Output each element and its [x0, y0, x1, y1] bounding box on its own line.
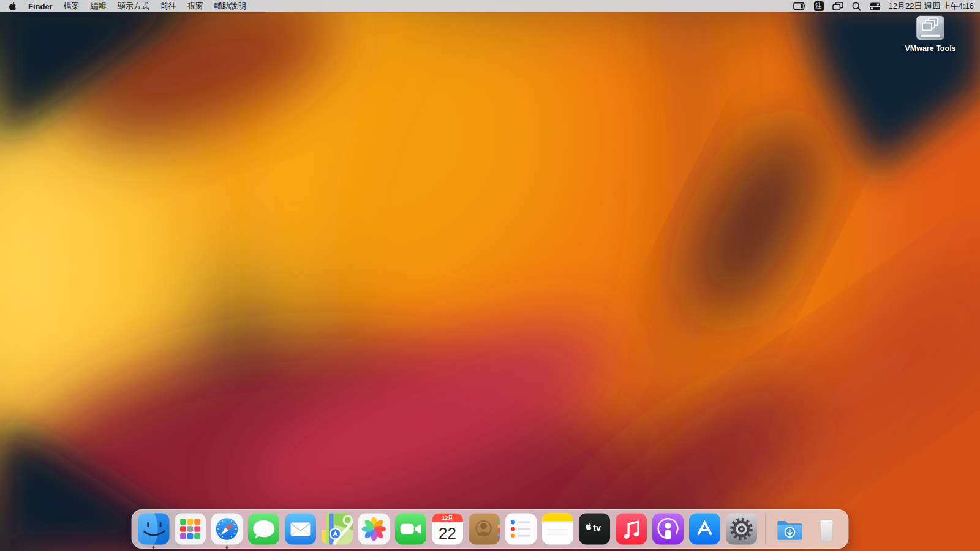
desktop-icon-vmware-tools[interactable]: VMware Tools — [893, 14, 968, 53]
maps-icon — [321, 512, 354, 545]
menu-item-edit[interactable]: 編輯 — [85, 0, 112, 12]
stage-manager-icon[interactable] — [832, 0, 843, 12]
downloads-folder-icon — [774, 512, 807, 545]
menu-item-file[interactable]: 檔案 — [58, 0, 85, 12]
notes-icon — [541, 512, 575, 545]
dock-item-notes[interactable] — [541, 512, 575, 545]
dock-item-photos[interactable] — [358, 512, 391, 545]
dock-item-reminders[interactable] — [505, 512, 538, 545]
apple-menu[interactable] — [6, 0, 23, 12]
apple-tv-icon: tv — [578, 512, 611, 545]
dock-item-app-store[interactable] — [688, 512, 722, 545]
macos-desktop: Finder 檔案 編輯 顯示方式 前往 視窗 輔助說明 注 — [0, 0, 980, 551]
dock-item-calendar[interactable]: 12月 22 — [431, 512, 464, 545]
running-indicator — [153, 546, 155, 549]
safari-icon — [211, 512, 244, 545]
reminders-icon — [505, 512, 538, 545]
dock-item-music[interactable] — [615, 512, 648, 545]
photos-icon — [358, 512, 391, 545]
app-menu-finder[interactable]: Finder — [23, 0, 58, 12]
svg-text:12月: 12月 — [442, 515, 453, 521]
svg-text:tv: tv — [593, 523, 601, 533]
dock-item-tv[interactable]: tv — [578, 512, 611, 545]
dock-item-finder[interactable] — [137, 512, 170, 545]
dock-item-system-settings[interactable] — [725, 512, 758, 545]
dock-item-downloads[interactable] — [774, 512, 807, 545]
dock-item-launchpad[interactable] — [174, 512, 207, 545]
menu-item-view[interactable]: 顯示方式 — [112, 0, 155, 12]
menu-bar-left: Finder 檔案 編輯 顯示方式 前往 視窗 輔助說明 — [6, 0, 252, 12]
control-center-icon[interactable] — [870, 0, 880, 12]
messages-icon — [247, 512, 281, 545]
dock-item-safari[interactable] — [211, 512, 244, 545]
desktop-icon-label: VMware Tools — [905, 44, 956, 53]
launchpad-icon — [174, 512, 207, 545]
trash-icon — [810, 512, 843, 545]
music-icon — [615, 512, 648, 545]
display-icon[interactable] — [793, 0, 805, 12]
menu-item-go[interactable]: 前往 — [155, 0, 182, 12]
apple-icon — [9, 2, 17, 11]
calendar-icon: 12月 22 — [431, 512, 464, 545]
dock: 12月 22 — [132, 509, 849, 549]
dock-item-facetime[interactable] — [394, 512, 428, 545]
facetime-icon — [394, 512, 428, 545]
dock-item-podcasts[interactable] — [652, 512, 685, 545]
podcasts-icon — [652, 512, 685, 545]
menu-item-help[interactable]: 輔助說明 — [209, 0, 252, 12]
dock-item-mail[interactable] — [284, 512, 317, 545]
menu-bar-clock[interactable]: 12月22日 週四 上午4:16 — [889, 1, 974, 12]
mail-icon — [284, 512, 317, 545]
menu-bar-status: 注 12月22日 週 — [793, 0, 974, 12]
input-source-badge[interactable]: 注 — [814, 1, 824, 11]
menu-item-window[interactable]: 視窗 — [182, 0, 209, 12]
dock-item-messages[interactable] — [247, 512, 281, 545]
app-store-icon — [688, 512, 722, 545]
system-settings-icon — [725, 512, 758, 545]
dock-item-contacts[interactable] — [468, 512, 501, 545]
svg-text:22: 22 — [439, 524, 456, 542]
disk-drive-icon — [913, 14, 948, 43]
running-indicator — [226, 546, 228, 549]
desktop-wallpaper — [0, 0, 980, 551]
dock-item-trash[interactable] — [810, 512, 843, 545]
spotlight-search-icon[interactable] — [852, 0, 861, 12]
dock-item-maps[interactable] — [321, 512, 354, 545]
contacts-icon — [468, 512, 501, 545]
dock-separator — [766, 514, 766, 544]
menu-bar: Finder 檔案 編輯 顯示方式 前往 視窗 輔助說明 注 — [0, 0, 980, 12]
finder-icon — [137, 512, 170, 545]
